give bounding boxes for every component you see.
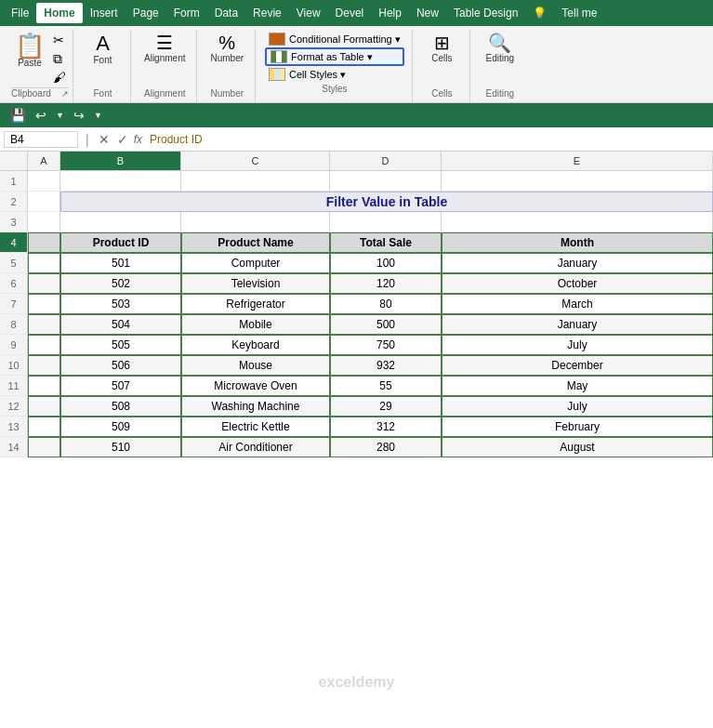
menu-home[interactable]: Home	[36, 3, 82, 23]
cell-e6[interactable]: October	[442, 273, 713, 294]
cell-d8[interactable]: 500	[330, 314, 442, 335]
cell-c11[interactable]: Microwave Oven	[181, 376, 330, 396]
cell-b11[interactable]: 507	[60, 376, 181, 396]
col-header-d[interactable]: D	[330, 152, 442, 170]
menu-file[interactable]: File	[4, 3, 36, 23]
undo-dropdown[interactable]: ▼	[53, 110, 67, 121]
alignment-button[interactable]: ☰ Alignment	[140, 32, 189, 65]
menu-tell-me[interactable]: Tell me	[554, 3, 604, 23]
cell-c5[interactable]: Computer	[181, 253, 330, 273]
cell-c8[interactable]: Mobile	[181, 314, 330, 335]
menu-view[interactable]: View	[289, 3, 328, 23]
cell-e8[interactable]: January	[442, 314, 713, 335]
cell-b10[interactable]: 506	[60, 355, 181, 376]
menu-table-design[interactable]: Table Design	[446, 3, 525, 23]
menu-help[interactable]: Help	[371, 3, 409, 23]
cell-a5[interactable]	[28, 253, 60, 273]
cell-e13[interactable]: February	[442, 417, 713, 437]
cell-e1[interactable]	[442, 171, 713, 192]
cell-d1[interactable]	[330, 171, 442, 192]
cell-e5[interactable]: January	[442, 253, 713, 273]
cell-d3[interactable]	[330, 212, 442, 232]
col-header-b[interactable]: B	[60, 152, 181, 170]
cell-a3[interactable]	[28, 212, 60, 232]
font-button[interactable]: A Font	[85, 32, 122, 67]
col-header-a[interactable]: A	[28, 152, 60, 170]
menu-developer[interactable]: Devel	[328, 3, 372, 23]
cell-a6[interactable]	[28, 273, 60, 294]
cell-a14[interactable]	[28, 437, 60, 457]
cells-button[interactable]: ⊞ Cells	[423, 32, 460, 65]
cell-e12[interactable]: July	[442, 396, 713, 417]
cell-d6[interactable]: 120	[330, 273, 442, 294]
paste-button[interactable]: 📋 Paste	[11, 32, 48, 86]
menu-data[interactable]: Data	[207, 3, 245, 23]
cell-c12[interactable]: Washing Machine	[181, 396, 330, 417]
cell-a9[interactable]	[28, 335, 60, 355]
cell-b5[interactable]: 501	[60, 253, 181, 273]
cell-e4[interactable]: Month	[442, 232, 713, 253]
cell-e3[interactable]	[442, 212, 713, 232]
cell-d10[interactable]: 932	[330, 355, 442, 376]
conditional-formatting-button[interactable]: Conditional Formatting ▾	[265, 32, 404, 46]
number-button[interactable]: % Number	[206, 32, 247, 65]
cell-e14[interactable]: August	[442, 437, 713, 457]
cell-d9[interactable]: 750	[330, 335, 442, 355]
format-as-table-button[interactable]: Format as Table ▾	[265, 47, 404, 66]
cell-d14[interactable]: 280	[330, 437, 442, 457]
undo-button[interactable]: ↩	[33, 107, 49, 124]
cell-b1[interactable]	[60, 171, 181, 192]
cell-b3[interactable]	[60, 212, 181, 232]
cell-a13[interactable]	[28, 417, 60, 437]
menu-new[interactable]: New	[409, 3, 446, 23]
cell-a4[interactable]	[28, 232, 60, 253]
cell-a10[interactable]	[28, 355, 60, 376]
cell-c13[interactable]: Electric Kettle	[181, 417, 330, 437]
cell-c1[interactable]	[181, 171, 330, 192]
cell-d11[interactable]: 55	[330, 376, 442, 396]
menu-lightbulb[interactable]: 💡	[525, 3, 554, 23]
format-painter-button[interactable]: 🖌	[50, 69, 69, 86]
cancel-formula-icon[interactable]: ✕	[99, 132, 110, 147]
copy-button[interactable]: ⧉	[50, 50, 69, 68]
cell-e10[interactable]: December	[442, 355, 713, 376]
cell-a2[interactable]	[28, 192, 60, 212]
cell-c3[interactable]	[181, 212, 330, 232]
cell-b9[interactable]: 505	[60, 335, 181, 355]
save-button[interactable]: 💾	[7, 107, 29, 124]
cell-e9[interactable]: July	[442, 335, 713, 355]
cell-styles-button[interactable]: Cell Styles ▾	[265, 67, 404, 82]
cut-button[interactable]: ✂	[50, 32, 69, 49]
cell-c6[interactable]: Television	[181, 273, 330, 294]
cell-c14[interactable]: Air Conditioner	[181, 437, 330, 457]
menu-page[interactable]: Page	[125, 3, 166, 23]
cell-b2[interactable]: Filter Value in Table	[60, 192, 713, 212]
cell-e7[interactable]: March	[442, 294, 713, 314]
cell-c9[interactable]: Keyboard	[181, 335, 330, 355]
cell-c10[interactable]: Mouse	[181, 355, 330, 376]
redo-button[interactable]: ↪	[71, 107, 87, 124]
cell-a1[interactable]	[28, 171, 60, 192]
cell-c7[interactable]: Refrigerator	[181, 294, 330, 314]
cell-e11[interactable]: May	[442, 376, 713, 396]
cell-a12[interactable]	[28, 396, 60, 417]
cell-d5[interactable]: 100	[330, 253, 442, 273]
cell-b14[interactable]: 510	[60, 437, 181, 457]
cell-d13[interactable]: 312	[330, 417, 442, 437]
cell-b7[interactable]: 503	[60, 294, 181, 314]
cell-reference-box[interactable]: B4	[4, 131, 78, 148]
cell-a11[interactable]	[28, 376, 60, 396]
cell-a8[interactable]	[28, 314, 60, 335]
menu-insert[interactable]: Insert	[83, 3, 125, 23]
cell-c4[interactable]: Product Name	[181, 232, 330, 253]
cell-b13[interactable]: 509	[60, 417, 181, 437]
cell-a7[interactable]	[28, 294, 60, 314]
cell-b8[interactable]: 504	[60, 314, 181, 335]
cell-d4[interactable]: Total Sale	[330, 232, 442, 253]
cell-d12[interactable]: 29	[330, 396, 442, 417]
menu-form[interactable]: Form	[166, 3, 207, 23]
col-header-e[interactable]: E	[442, 152, 713, 170]
col-header-c[interactable]: C	[181, 152, 330, 170]
menu-review[interactable]: Revie	[245, 3, 289, 23]
formula-input[interactable]	[146, 133, 709, 146]
